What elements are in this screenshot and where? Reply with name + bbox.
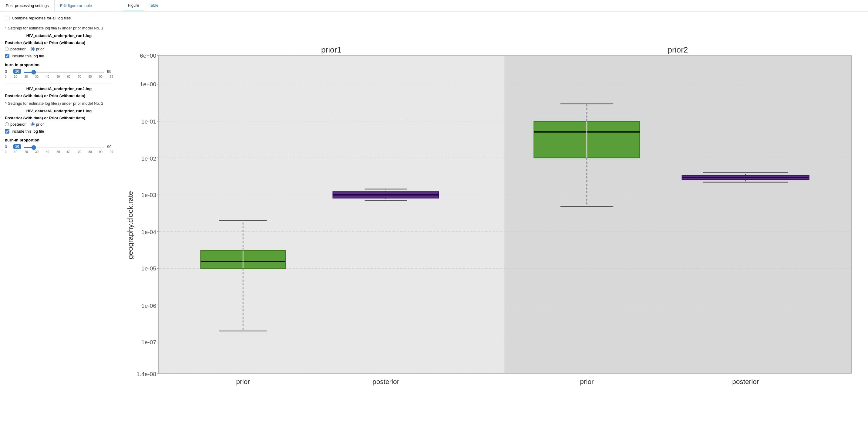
x-label-prior2-posterior: posterior: [732, 378, 759, 386]
prior1-run1-burnin-slider[interactable]: [23, 72, 105, 73]
chart-area: geography.clock.rate prior1 prior2: [118, 11, 868, 428]
prior2-run1-burnin-max: 99: [107, 144, 113, 149]
tab-table[interactable]: Table: [144, 0, 163, 11]
svg-text:geography.clock.rate: geography.clock.rate: [126, 191, 134, 259]
prior2-run1-slider-wrapper: [23, 144, 105, 149]
prior2-run1-burnin-min: 0: [5, 144, 11, 149]
prior1-run1-posterior-label: posterior: [10, 47, 26, 51]
svg-text:1e+00: 1e+00: [140, 81, 156, 87]
x-label-prior2-prior: prior: [580, 378, 594, 386]
prior1-run1-include-row: include this log file: [5, 54, 113, 58]
prior1-run1-burnin-row: 0 10 99: [5, 69, 113, 74]
combine-replicates-checkbox[interactable]: [5, 16, 9, 20]
tab-bar: Post-processing settings Edit figure or …: [0, 0, 118, 11]
prior1-run1-radio-row: posterior prior: [5, 47, 113, 51]
prior2-run1-slider-ticks: 01020 304050 607080 9099: [5, 150, 113, 153]
prior1-section-header: ^ Settings for estimate log file(s) unde…: [5, 26, 113, 30]
prior1-run1-pp-label: Posterior (with data) or Prior (without …: [5, 40, 113, 45]
svg-text:1e-07: 1e-07: [141, 339, 156, 345]
prior2-run1-prior-option[interactable]: prior: [31, 122, 44, 126]
svg-text:1e-04: 1e-04: [141, 229, 156, 235]
prior1-run1-prior-option[interactable]: prior: [31, 47, 44, 51]
prior1-run2-pp-label: Posterior (with data) or Prior (without …: [5, 93, 113, 98]
prior2-run1-posterior-label: posterior: [10, 122, 26, 126]
prior1-run1-filename: HIV_datasetA_underprior_run1.log: [5, 33, 113, 38]
prior2-run1-include-label: include this log file: [12, 129, 44, 134]
prior1-run1-burnin-value: 10: [13, 69, 21, 74]
prior2-run1-posterior-radio[interactable]: [5, 122, 9, 126]
svg-text:1e-06: 1e-06: [141, 303, 156, 309]
chart-svg-wrapper: geography.clock.rate prior1 prior2: [121, 15, 862, 425]
panel-content: Combine replicates for all log files ^ S…: [0, 11, 118, 158]
prior2-run1-prior-label: prior: [36, 122, 44, 126]
prior2-run1-posterior-option[interactable]: posterior: [5, 122, 26, 126]
prior1-section-link[interactable]: Settings for estimate log file(s) under …: [8, 26, 103, 30]
svg-rect-4: [505, 56, 851, 373]
prior2-run1-burnin-label: burn-in proportion: [5, 138, 113, 142]
prior2-run1-burnin-value: 10: [13, 144, 21, 149]
tab-post-processing[interactable]: Post-processing settings: [0, 0, 55, 11]
prior2-section-header: ^ Settings for estimate log file(s) unde…: [5, 101, 113, 106]
prior2-run1-include-row: include this log file: [5, 129, 113, 134]
prior1-run1-posterior-radio[interactable]: [5, 47, 9, 51]
svg-text:6e+00: 6e+00: [140, 53, 156, 59]
svg-text:1.4e-08: 1.4e-08: [136, 371, 156, 377]
chart-svg: geography.clock.rate prior1 prior2: [121, 15, 862, 425]
svg-text:1e-01: 1e-01: [141, 118, 156, 125]
svg-rect-3: [158, 56, 505, 373]
prior1-run1-slider-wrapper: [23, 69, 105, 74]
prior1-caret-icon: ^: [5, 26, 7, 30]
figure-tab-bar: Figure Table: [118, 0, 868, 11]
prior1-run1-burnin-label: burn-in proportion: [5, 62, 113, 67]
prior2-run1-pp-label: Posterior (with data) or Prior (without …: [5, 116, 113, 120]
svg-text:1e-02: 1e-02: [141, 155, 156, 162]
svg-text:1e-03: 1e-03: [141, 192, 156, 198]
combine-replicates-row: Combine replicates for all log files: [5, 16, 113, 20]
prior2-run1-filename: HIV_datasetA_underprior_run1.log: [5, 109, 113, 113]
run2-sep: HIV_datasetA_underprior_run2.log Posteri…: [5, 83, 113, 98]
prior2-run1-burnin-row: 0 10 99: [5, 144, 113, 149]
prior1-run1-prior-radio[interactable]: [31, 47, 35, 51]
prior1-run1-include-checkbox[interactable]: [5, 54, 9, 58]
prior2-chart-label: prior2: [668, 45, 688, 54]
prior1-run2-filename: HIV_datasetA_underprior_run2.log: [5, 86, 113, 91]
prior1-run1-include-label: include this log file: [12, 54, 44, 58]
prior1-run1-burnin-max: 99: [107, 69, 113, 74]
prior2-run1-include-checkbox[interactable]: [5, 129, 9, 134]
prior2-run1-prior-radio[interactable]: [31, 122, 35, 126]
prior2-run1-burnin-slider[interactable]: [23, 147, 105, 148]
svg-text:1e-05: 1e-05: [141, 265, 156, 272]
prior1-run1-burnin-min: 0: [5, 69, 11, 74]
prior2-caret-icon: ^: [5, 102, 7, 106]
combine-replicates-label: Combine replicates for all log files: [12, 16, 71, 20]
x-label-prior1-prior: prior: [236, 378, 250, 386]
left-panel: Post-processing settings Edit figure or …: [0, 0, 118, 428]
prior1-run1-slider-ticks: 01020 304050 607080 9099: [5, 75, 113, 78]
x-label-prior1-posterior: posterior: [372, 378, 399, 386]
prior1-chart-label: prior1: [321, 45, 341, 54]
tab-edit-figure[interactable]: Edit figure or table: [55, 0, 98, 11]
tab-figure[interactable]: Figure: [123, 0, 144, 11]
prior1-run1-posterior-option[interactable]: posterior: [5, 47, 26, 51]
prior2-section-link[interactable]: Settings for estimate log file(s) under …: [8, 101, 103, 106]
prior1-run1-prior-label: prior: [36, 47, 44, 51]
prior2-run1-radio-row: posterior prior: [5, 122, 113, 126]
right-panel: Figure Table geography.clock.rate prior1: [118, 0, 868, 428]
